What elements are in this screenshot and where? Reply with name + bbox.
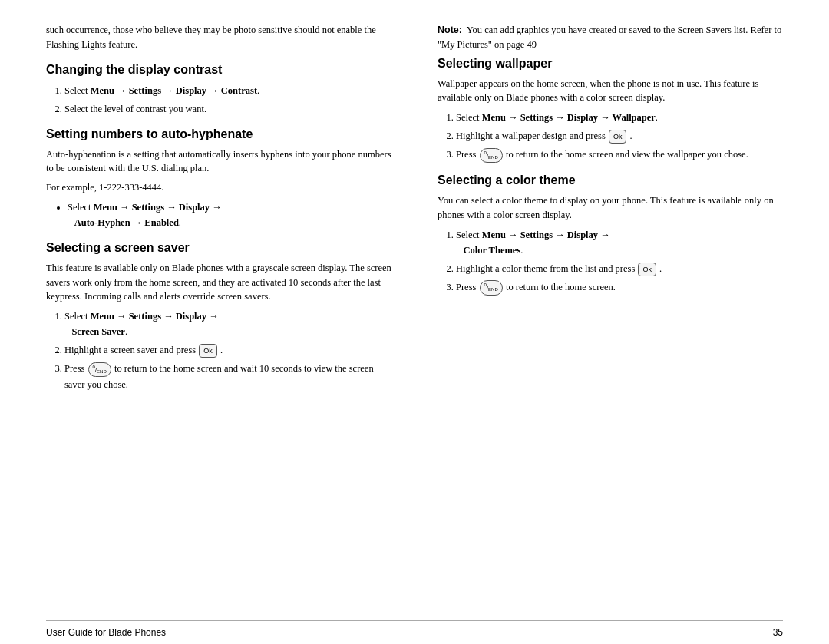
footer-right: 35 — [773, 627, 783, 638]
auto-hyphenate-body1: Auto-hyphenation is a setting that autom… — [46, 147, 391, 177]
section-auto-hyphenate: Setting numbers to auto-hyphenate Auto-h… — [46, 127, 391, 230]
heading-display-contrast: Changing the display contrast — [46, 63, 391, 77]
auto-hyphenate-body2: For example, 1-222-333-4444. — [46, 180, 391, 195]
note-text: Note: You can add graphics you have crea… — [438, 23, 783, 52]
section-screen-saver: Selecting a screen saver This feature is… — [46, 241, 391, 393]
left-column: such occurrence, those who believe they … — [46, 23, 399, 620]
list-item: Highlight a wallpaper design and press O… — [456, 128, 783, 144]
list-item: Press 0/END to return to the home screen… — [456, 147, 783, 163]
list-item: Press 0/END to return to the home screen… — [456, 279, 783, 296]
section-wallpaper: Selecting wallpaper Wallpaper appears on… — [438, 57, 783, 163]
ok-icon: Ok — [638, 263, 656, 276]
footer: User Guide for Blade Phones 35 — [46, 620, 783, 644]
list-item: Select Menu → Settings → Display → Color… — [456, 227, 783, 258]
end-icon: 0/END — [480, 148, 503, 163]
color-theme-steps: Select Menu → Settings → Display → Color… — [453, 227, 783, 296]
heading-wallpaper: Selecting wallpaper — [438, 57, 783, 71]
heading-auto-hyphenate: Setting numbers to auto-hyphenate — [46, 127, 391, 141]
content-area: such occurrence, those who believe they … — [46, 23, 783, 620]
heading-color-theme: Selecting a color theme — [438, 173, 783, 187]
end-icon: 0/END — [88, 362, 111, 378]
list-item: Select Menu → Settings → Display → Scree… — [64, 309, 391, 339]
page: such occurrence, those who believe they … — [0, 0, 829, 644]
list-item: Highlight a screen saver and press Ok . — [64, 342, 391, 358]
note-label: Note: — [438, 25, 462, 35]
auto-hyphenate-list: Select Menu → Settings → Display → Auto-… — [64, 200, 391, 230]
list-item: Select Menu → Settings → Display → Wallp… — [456, 110, 783, 125]
heading-screen-saver: Selecting a screen saver — [46, 241, 391, 255]
screen-saver-body: This feature is available only on Blade … — [46, 261, 391, 304]
color-theme-body: You can select a color theme to display … — [438, 193, 783, 223]
wallpaper-steps: Select Menu → Settings → Display → Wallp… — [453, 110, 783, 163]
list-item: Select Menu → Settings → Display → Contr… — [64, 83, 391, 98]
end-icon: 0/END — [480, 280, 503, 296]
right-column: Note: You can add graphics you have crea… — [430, 23, 783, 620]
footer-left: User Guide for Blade Phones — [46, 627, 166, 638]
section-color-theme: Selecting a color theme You can select a… — [438, 173, 783, 296]
list-item: Press 0/END to return to the home screen… — [64, 361, 391, 392]
contrast-steps: Select Menu → Settings → Display → Contr… — [61, 83, 391, 117]
list-item: Select Menu → Settings → Display → Auto-… — [68, 200, 391, 230]
section-display-contrast: Changing the display contrast Select Men… — [46, 63, 391, 117]
intro-text: such occurrence, those who believe they … — [46, 23, 391, 52]
list-item: Select the level of contrast you want. — [64, 101, 391, 117]
screen-saver-steps: Select Menu → Settings → Display → Scree… — [61, 309, 391, 392]
wallpaper-body: Wallpaper appears on the home screen, wh… — [438, 77, 783, 106]
ok-icon: Ok — [609, 130, 627, 144]
list-item: Highlight a color theme from the list an… — [456, 261, 783, 276]
ok-icon: Ok — [199, 344, 217, 358]
